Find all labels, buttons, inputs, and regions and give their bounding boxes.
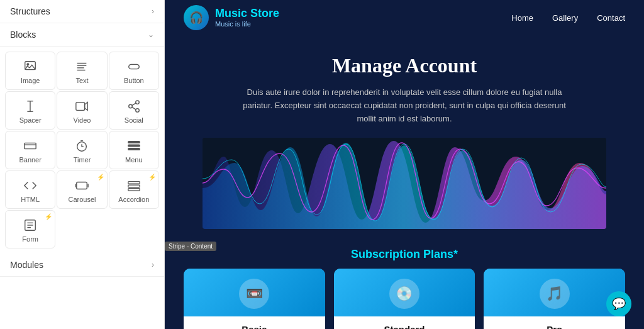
preview-area: 🎧 Music Store Music is life Home Gallery… bbox=[165, 0, 644, 329]
plan-basic-icon: 📼 bbox=[239, 279, 269, 309]
plan-standard-icon: 💿 bbox=[389, 279, 419, 309]
plan-pro: 🎵 Pro bbox=[484, 269, 625, 329]
block-button[interactable]: Button bbox=[109, 52, 159, 90]
svg-point-13 bbox=[129, 104, 133, 108]
nav-contact[interactable]: Contact bbox=[597, 13, 625, 23]
accordion-icon bbox=[127, 179, 141, 192]
stripe-badge: Stripe - Content bbox=[165, 242, 216, 251]
video-icon bbox=[75, 99, 89, 113]
svg-rect-25 bbox=[128, 182, 140, 184]
site-header: 🎧 Music Store Music is life Home Gallery… bbox=[165, 0, 644, 35]
blocks-label: Blocks bbox=[10, 30, 36, 40]
plan-basic-body: Basic bbox=[184, 316, 325, 329]
block-html-label: HTML bbox=[21, 196, 40, 203]
text-icon bbox=[75, 60, 89, 74]
hero-title: Manage Account bbox=[203, 54, 606, 77]
plan-pro-body: Pro bbox=[484, 316, 625, 329]
block-menu-label: Menu bbox=[125, 156, 143, 164]
structures-label: Structures bbox=[10, 6, 50, 16]
svg-rect-17 bbox=[25, 143, 36, 148]
block-timer-label: Timer bbox=[74, 156, 91, 164]
blocks-section[interactable]: Blocks ⌄ bbox=[0, 23, 164, 47]
plan-standard-header: 💿 bbox=[334, 269, 475, 316]
nav-home[interactable]: Home bbox=[511, 13, 533, 23]
hero-section: Manage Account Duis aute irure dolor in … bbox=[165, 35, 644, 242]
blocks-grid: Image Text Button Spacer bbox=[0, 47, 164, 254]
logo-subtitle: Music is life bbox=[215, 20, 279, 28]
modules-chevron-icon: › bbox=[152, 260, 154, 269]
block-banner[interactable]: Banner bbox=[5, 131, 55, 169]
site-logo: 🎧 Music Store Music is life bbox=[184, 5, 279, 30]
svg-point-12 bbox=[136, 101, 140, 104]
svg-rect-22 bbox=[128, 145, 140, 147]
block-video[interactable]: Video bbox=[57, 91, 107, 130]
plan-standard: 💿 Standard bbox=[334, 269, 475, 329]
subscription-section: Subscription Plans* 📼 Basic bbox=[165, 242, 644, 329]
modules-label: Modules bbox=[10, 260, 43, 270]
structures-section[interactable]: Structures › bbox=[0, 0, 164, 23]
plans-grid: 📼 Basic 💿 Standard bbox=[184, 269, 625, 329]
svg-rect-10 bbox=[76, 103, 85, 111]
stripe-container: Stripe - Content Subscription Plans* 📼 B… bbox=[165, 242, 644, 329]
form-lightning-icon: ⚡ bbox=[45, 213, 52, 220]
menu-icon bbox=[127, 139, 141, 153]
structures-chevron-icon: › bbox=[152, 7, 154, 16]
svg-rect-26 bbox=[128, 185, 140, 187]
svg-line-15 bbox=[132, 107, 136, 109]
sidebar: Structures › Blocks ⌄ Image Text Button bbox=[0, 0, 165, 329]
button-icon bbox=[127, 60, 141, 74]
site-nav: Home Gallery Contact bbox=[511, 13, 625, 23]
svg-rect-21 bbox=[128, 142, 140, 143]
block-button-label: Button bbox=[124, 77, 144, 84]
block-text[interactable]: Text bbox=[57, 52, 107, 90]
block-image[interactable]: Image bbox=[5, 52, 55, 90]
subscription-title: Subscription Plans* bbox=[184, 248, 625, 261]
block-spacer[interactable]: Spacer bbox=[5, 91, 55, 130]
carousel-lightning-icon: ⚡ bbox=[97, 174, 104, 181]
svg-rect-24 bbox=[77, 182, 87, 189]
block-social[interactable]: Social bbox=[109, 91, 159, 130]
social-icon bbox=[127, 99, 141, 113]
block-form-label: Form bbox=[22, 235, 38, 243]
chat-bubble[interactable]: 💬 bbox=[606, 291, 631, 316]
carousel-icon bbox=[75, 179, 89, 192]
plan-basic: 📼 Basic bbox=[184, 269, 325, 329]
block-banner-label: Banner bbox=[19, 156, 41, 164]
block-spacer-label: Spacer bbox=[19, 116, 42, 124]
accordion-lightning-icon: ⚡ bbox=[148, 174, 156, 181]
block-menu[interactable]: Menu bbox=[109, 131, 159, 169]
plan-pro-name: Pro bbox=[490, 324, 619, 329]
nav-gallery[interactable]: Gallery bbox=[552, 13, 578, 23]
block-html[interactable]: HTML bbox=[5, 170, 55, 209]
svg-line-16 bbox=[132, 103, 136, 106]
block-accordion[interactable]: ⚡ Accordion bbox=[109, 170, 159, 209]
block-carousel-label: Carousel bbox=[68, 196, 96, 203]
block-accordion-label: Accordion bbox=[118, 196, 149, 203]
banner-icon bbox=[23, 139, 37, 153]
svg-rect-6 bbox=[129, 64, 140, 69]
logo-headphones-icon: 🎧 bbox=[184, 5, 209, 30]
block-text-label: Text bbox=[75, 77, 88, 84]
block-video-label: Video bbox=[74, 116, 91, 124]
logo-title: Music Store bbox=[215, 8, 279, 20]
modules-section[interactable]: Modules › bbox=[0, 254, 164, 277]
logo-text: Music Store Music is life bbox=[215, 8, 279, 28]
html-icon bbox=[23, 179, 37, 192]
block-carousel[interactable]: ⚡ Carousel bbox=[57, 170, 107, 209]
block-image-label: Image bbox=[21, 77, 40, 84]
block-form[interactable]: ⚡ Form bbox=[5, 210, 55, 248]
plan-basic-name: Basic bbox=[190, 324, 319, 329]
spacer-icon bbox=[23, 99, 37, 113]
plan-pro-header: 🎵 bbox=[484, 269, 625, 316]
hero-text: Duis aute irure dolor in reprehenderit i… bbox=[241, 86, 568, 125]
block-timer[interactable]: Timer bbox=[57, 131, 107, 169]
plan-pro-icon: 🎵 bbox=[540, 279, 570, 309]
svg-rect-0 bbox=[25, 62, 36, 70]
hero-image bbox=[203, 138, 606, 229]
svg-point-1 bbox=[27, 64, 29, 65]
image-icon bbox=[23, 60, 37, 74]
timer-icon bbox=[75, 139, 89, 153]
svg-rect-27 bbox=[128, 189, 140, 191]
main-content: 🎧 Music Store Music is life Home Gallery… bbox=[165, 0, 644, 329]
plan-standard-name: Standard bbox=[340, 324, 469, 329]
